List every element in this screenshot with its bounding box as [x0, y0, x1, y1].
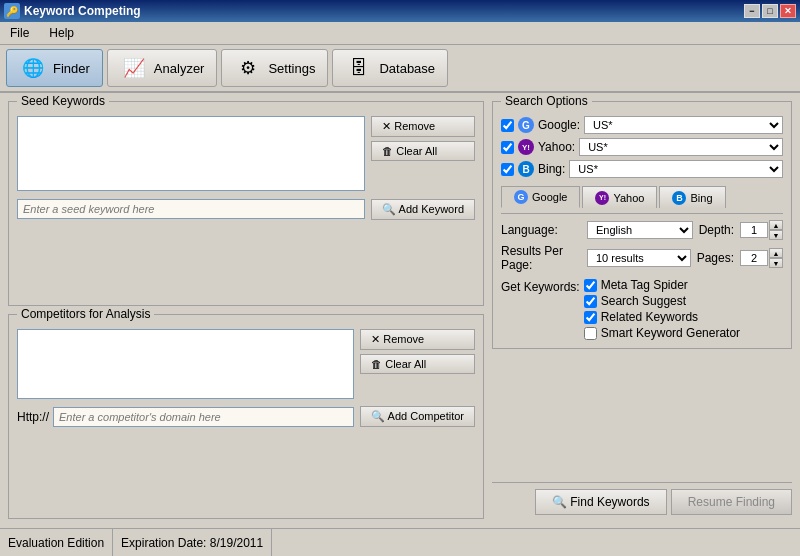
tab-bing[interactable]: B Bing: [659, 186, 725, 208]
finder-label: Finder: [53, 61, 90, 76]
window-title: Keyword Competing: [24, 4, 141, 18]
pages-up-arrow[interactable]: ▲: [769, 248, 783, 258]
related-keywords-label: Related Keywords: [601, 310, 698, 324]
toolbar-finder[interactable]: 🌐 Finder: [6, 49, 103, 87]
seed-keywords-list[interactable]: [17, 116, 365, 191]
tab-google-icon: G: [514, 190, 528, 204]
competitor-remove-button[interactable]: ✕ Remove: [360, 329, 475, 350]
minimize-button[interactable]: −: [744, 4, 760, 18]
competitor-domain-input[interactable]: [53, 407, 354, 427]
menu-help[interactable]: Help: [43, 24, 80, 42]
depth-value[interactable]: [740, 222, 768, 238]
database-icon: 🗄: [345, 54, 373, 82]
pages-spinner[interactable]: ▲ ▼: [740, 248, 783, 268]
window-controls: − □ ✕: [744, 4, 796, 18]
search-options-title: Search Options: [501, 94, 592, 108]
pages-down-arrow[interactable]: ▼: [769, 258, 783, 268]
tab-google[interactable]: G Google: [501, 186, 580, 208]
tab-bing-icon: B: [672, 191, 686, 205]
google-region-select[interactable]: US*: [584, 116, 783, 134]
meta-tag-spider-label: Meta Tag Spider: [601, 278, 688, 292]
results-label: Results Per Page:: [501, 244, 581, 272]
toolbar-analyzer[interactable]: 📈 Analyzer: [107, 49, 218, 87]
meta-tag-spider-checkbox[interactable]: [584, 279, 597, 292]
seed-remove-button[interactable]: ✕ Remove: [371, 116, 475, 137]
seed-add-button[interactable]: 🔍 Add Keyword: [371, 199, 475, 220]
google-icon: G: [518, 117, 534, 133]
yahoo-label: Yahoo:: [538, 140, 575, 154]
expiration-status: Expiration Date: 8/19/2011: [113, 529, 272, 556]
seed-keyword-input[interactable]: [17, 199, 365, 219]
status-bar: Evaluation Edition Expiration Date: 8/19…: [0, 528, 800, 556]
yahoo-checkbox[interactable]: [501, 141, 514, 154]
bing-region-select[interactable]: US*: [569, 160, 783, 178]
edition-status: Evaluation Edition: [0, 529, 113, 556]
bing-label: Bing:: [538, 162, 565, 176]
toolbar-database[interactable]: 🗄 Database: [332, 49, 448, 87]
maximize-button[interactable]: □: [762, 4, 778, 18]
toolbar: 🌐 Finder 📈 Analyzer ⚙ Settings 🗄 Databas…: [0, 45, 800, 93]
get-keywords-list: Meta Tag Spider Search Suggest Related K…: [584, 278, 740, 340]
competitors-title: Competitors for Analysis: [17, 307, 154, 321]
competitors-group: Competitors for Analysis Http:// ✕ Remov…: [8, 314, 484, 519]
settings-icon: ⚙: [234, 54, 262, 82]
related-keywords-checkbox[interactable]: [584, 311, 597, 324]
yahoo-icon: Y!: [518, 139, 534, 155]
tab-yahoo-icon: Y!: [595, 191, 609, 205]
seed-keywords-group: Seed Keywords ✕ Remove 🗑 Clear All 🔍 Add…: [8, 101, 484, 306]
depth-spinner[interactable]: ▲ ▼: [740, 220, 783, 240]
google-checkbox[interactable]: [501, 119, 514, 132]
pages-value[interactable]: [740, 250, 768, 266]
yahoo-region-select[interactable]: US*: [579, 138, 783, 156]
resume-finding-button[interactable]: Resume Finding: [671, 489, 792, 515]
search-options-group: Search Options G Google: US* Y! Yahoo:: [492, 101, 792, 349]
competitor-add-button[interactable]: 🔍 Add Competitor: [360, 406, 475, 427]
search-suggest-checkbox[interactable]: [584, 295, 597, 308]
depth-up-arrow[interactable]: ▲: [769, 220, 783, 230]
close-button[interactable]: ✕: [780, 4, 796, 18]
google-label: Google:: [538, 118, 580, 132]
seed-clear-all-button[interactable]: 🗑 Clear All: [371, 141, 475, 161]
smart-keyword-generator-label: Smart Keyword Generator: [601, 326, 740, 340]
tab-yahoo[interactable]: Y! Yahoo: [582, 186, 657, 208]
http-prefix: Http://: [17, 410, 49, 424]
app-icon: 🔑: [4, 3, 20, 19]
settings-label: Settings: [268, 61, 315, 76]
search-suggest-label: Search Suggest: [601, 294, 686, 308]
menu-file[interactable]: File: [4, 24, 35, 42]
toolbar-settings[interactable]: ⚙ Settings: [221, 49, 328, 87]
language-select[interactable]: English: [587, 221, 693, 239]
seed-keywords-title: Seed Keywords: [17, 94, 109, 108]
bing-checkbox[interactable]: [501, 163, 514, 176]
menu-bar: File Help: [0, 22, 800, 45]
smart-keyword-generator-checkbox[interactable]: [584, 327, 597, 340]
get-keywords-label: Get Keywords:: [501, 278, 580, 294]
depth-label: Depth:: [699, 223, 734, 237]
title-bar: 🔑 Keyword Competing − □ ✕: [0, 0, 800, 22]
finder-icon: 🌐: [19, 54, 47, 82]
competitors-list[interactable]: [17, 329, 354, 399]
database-label: Database: [379, 61, 435, 76]
analyzer-icon: 📈: [120, 54, 148, 82]
bing-icon: B: [518, 161, 534, 177]
results-select[interactable]: 10 results: [587, 249, 691, 267]
analyzer-label: Analyzer: [154, 61, 205, 76]
language-label: Language:: [501, 223, 581, 237]
depth-down-arrow[interactable]: ▼: [769, 230, 783, 240]
competitor-clear-all-button[interactable]: 🗑 Clear All: [360, 354, 475, 374]
find-keywords-button[interactable]: 🔍 Find Keywords: [535, 489, 667, 515]
pages-label: Pages:: [697, 251, 734, 265]
